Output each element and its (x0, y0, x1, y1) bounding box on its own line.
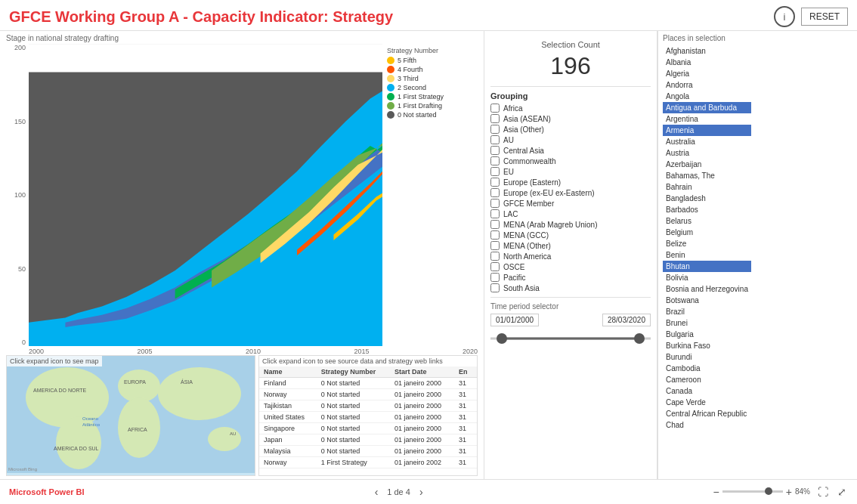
grouping-item-14[interactable]: North America (490, 252, 651, 261)
table-row-7: Norway1 First Strategy01 janeiro 200231 (259, 457, 477, 468)
table-cell-start-1: 01 janeiro 2000 (390, 389, 454, 400)
place-item-19[interactable]: Bhutan (663, 261, 751, 272)
grouping-checkbox-13[interactable] (490, 241, 500, 250)
grouping-item-10[interactable]: LAC (490, 209, 651, 218)
grouping-checkbox-17[interactable] (490, 283, 500, 292)
grouping-item-1[interactable]: Asia (ASEAN) (490, 114, 651, 123)
place-item-30[interactable]: Canada (663, 385, 751, 397)
grouping-item-7[interactable]: Europe (Eastern) (490, 178, 651, 187)
info-button[interactable]: i (774, 6, 795, 27)
grouping-checkbox-6[interactable] (490, 167, 500, 176)
place-item-13[interactable]: Bangladesh (663, 193, 751, 204)
time-slider[interactable] (490, 331, 651, 346)
place-item-11[interactable]: Bahamas, The (663, 170, 751, 181)
place-item-24[interactable]: Brunei (663, 317, 751, 329)
place-item-14[interactable]: Barbados (663, 204, 751, 215)
grouping-item-12[interactable]: MENA (GCC) (490, 230, 651, 240)
grouping-item-4[interactable]: Central Asia (490, 146, 651, 155)
prev-page-button[interactable]: ‹ (372, 486, 382, 498)
place-item-3[interactable]: Andorra (663, 79, 751, 91)
place-item-9[interactable]: Austria (663, 147, 751, 159)
place-item-28[interactable]: Cambodia (663, 363, 751, 374)
grouping-item-8[interactable]: Europe (ex-EU ex-Eastern) (490, 188, 651, 197)
table-row-5: Japan0 Not started01 janeiro 200031 (259, 434, 477, 446)
start-date[interactable]: 01/01/2000 (490, 314, 539, 326)
fullscreen-button[interactable]: ⛶ (816, 484, 830, 499)
grouping-item-17[interactable]: South Asia (490, 283, 651, 292)
next-page-button[interactable]: › (416, 486, 426, 498)
grouping-checkbox-7[interactable] (490, 178, 500, 187)
grouping-item-16[interactable]: Pacific (490, 273, 651, 282)
place-item-32[interactable]: Central African Republic (663, 408, 751, 419)
grouping-checkbox-14[interactable] (490, 252, 500, 261)
place-item-15[interactable]: Belarus (663, 215, 751, 227)
grouping-label-2: Asia (Other) (503, 125, 544, 134)
slider-thumb-right[interactable] (634, 333, 645, 344)
expand-button[interactable]: ⤢ (836, 484, 848, 499)
grouping-checkbox-10[interactable] (490, 209, 500, 218)
place-item-20[interactable]: Bolivia (663, 272, 751, 283)
zoom-in-button[interactable]: + (786, 486, 792, 498)
grouping-checkbox-8[interactable] (490, 188, 500, 197)
grouping-item-0[interactable]: Africa (490, 104, 651, 113)
grouping-checkbox-16[interactable] (490, 273, 500, 282)
place-item-18[interactable]: Benin (663, 249, 751, 261)
grouping-item-15[interactable]: OSCE (490, 262, 651, 271)
grouping-checkbox-11[interactable] (490, 220, 500, 229)
place-item-21[interactable]: Bosnia and Herzegovina (663, 283, 751, 295)
place-item-33[interactable]: Chad (663, 419, 751, 431)
grouping-checkbox-12[interactable] (490, 230, 500, 240)
place-item-16[interactable]: Belgium (663, 227, 751, 238)
place-item-4[interactable]: Angola (663, 91, 751, 102)
place-item-1[interactable]: Albania (663, 57, 751, 68)
grouping-checkbox-15[interactable] (490, 262, 500, 271)
grouping-checkbox-0[interactable] (490, 104, 500, 113)
place-item-26[interactable]: Burkina Faso (663, 340, 751, 351)
place-item-25[interactable]: Bulgaria (663, 329, 751, 340)
place-item-23[interactable]: Brazil (663, 306, 751, 317)
place-item-5[interactable]: Antigua and Barbuda (663, 102, 751, 113)
end-date[interactable]: 28/03/2020 (602, 314, 651, 326)
place-item-8[interactable]: Australia (663, 136, 751, 147)
place-item-10[interactable]: Azerbaijan (663, 159, 751, 170)
reset-button[interactable]: RESET (801, 8, 848, 26)
place-item-29[interactable]: Cameroon (663, 374, 751, 385)
grouping-item-2[interactable]: Asia (Other) (490, 125, 651, 134)
page-indicator: 1 de 4 (387, 487, 410, 496)
grouping-item-6[interactable]: EU (490, 167, 651, 176)
table-cell-start-5: 01 janeiro 2000 (390, 434, 454, 446)
grouping-checkbox-4[interactable] (490, 146, 500, 155)
powerbi-link[interactable]: Microsoft Power BI (9, 487, 85, 496)
zoom-slider[interactable] (722, 490, 783, 493)
zoom-out-button[interactable]: − (713, 486, 719, 498)
place-item-12[interactable]: Bahrain (663, 181, 751, 193)
grouping-checkbox-3[interactable] (490, 135, 500, 144)
place-item-17[interactable]: Belize (663, 238, 751, 249)
place-item-27[interactable]: Burundi (663, 351, 751, 363)
place-item-22[interactable]: Botswana (663, 295, 751, 306)
place-item-31[interactable]: Cape Verde (663, 397, 751, 408)
legend-item-first-strategy: 1 First Strategy (387, 93, 478, 100)
grouping-item-9[interactable]: GFCE Member (490, 199, 651, 208)
grouping-item-13[interactable]: MENA (Other) (490, 241, 651, 250)
svg-point-26 (158, 367, 241, 420)
page-title: GFCE Working Group A - Capacity Indicato… (9, 8, 393, 26)
y-label-50: 50 (18, 265, 26, 273)
place-item-6[interactable]: Argentina (663, 113, 751, 125)
grouping-checkbox-9[interactable] (490, 199, 500, 208)
grouping-checkbox-5[interactable] (490, 156, 500, 165)
grouping-item-11[interactable]: MENA (Arab Magreb Union) (490, 220, 651, 229)
table-cell-strategy-5: 0 Not started (317, 434, 390, 446)
grouping-checkbox-1[interactable] (490, 114, 500, 123)
grouping-item-5[interactable]: Commonwealth (490, 156, 651, 165)
grouping-checkbox-2[interactable] (490, 125, 500, 134)
top-bar-right: i RESET (774, 6, 848, 27)
place-item-7[interactable]: Armenia (663, 125, 751, 136)
legend: Strategy Number 5 Fifth 4 Fourth 3 Third… (387, 44, 478, 346)
grouping-item-3[interactable]: AU (490, 135, 651, 144)
data-table: Name Strategy Number Start Date En Finla… (259, 366, 477, 468)
slider-thumb-left[interactable] (497, 333, 507, 344)
place-item-2[interactable]: Algeria (663, 68, 751, 79)
place-item-0[interactable]: Afghanistan (663, 45, 751, 57)
grouping-section: Grouping AfricaAsia (ASEAN)Asia (Other)A… (490, 87, 651, 298)
